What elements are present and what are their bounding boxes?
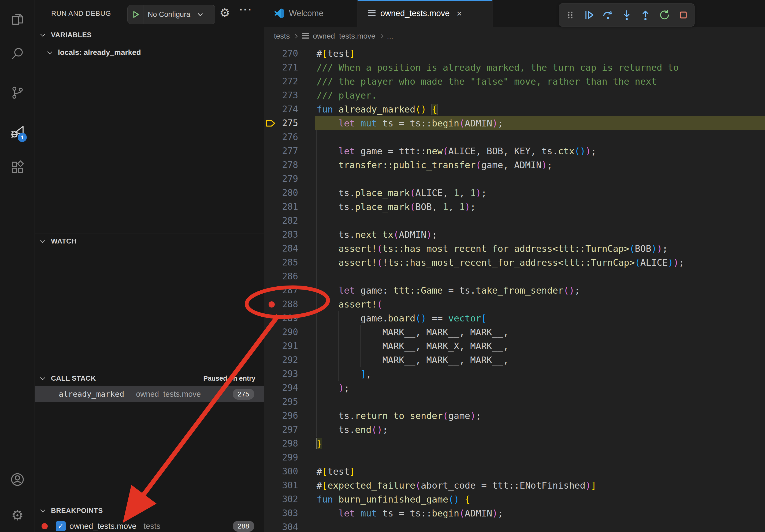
breakpoint-gutter[interactable] xyxy=(264,478,279,492)
line-number[interactable]: 290 xyxy=(279,325,298,339)
code-line[interactable]: 271/// When a position is already marked… xyxy=(264,61,765,75)
line-number[interactable]: 273 xyxy=(279,89,298,102)
settings-gear-icon[interactable]: ⚙ xyxy=(10,508,25,523)
breakpoint-gutter[interactable] xyxy=(264,492,279,506)
step-into-icon[interactable] xyxy=(619,7,634,23)
breakpoint-gutter[interactable] xyxy=(264,242,279,256)
explorer-icon[interactable] xyxy=(10,11,25,26)
line-number[interactable]: 275 xyxy=(279,116,298,130)
line-number[interactable]: 279 xyxy=(279,172,298,186)
continue-icon[interactable] xyxy=(581,7,597,23)
line-number[interactable]: 294 xyxy=(279,381,298,395)
line-number[interactable]: 298 xyxy=(279,437,298,450)
line-number[interactable]: 287 xyxy=(279,283,298,297)
breakpoint-gutter[interactable] xyxy=(264,158,279,172)
line-number[interactable]: 271 xyxy=(279,61,298,75)
code-line[interactable]: 301#[expected_failure(abort_code = ttt::… xyxy=(264,478,765,492)
code-line[interactable]: 285 assert!(!ts::has_most_recent_for_add… xyxy=(264,256,765,269)
breakpoint-gutter[interactable] xyxy=(264,367,279,381)
code-line[interactable]: 284 assert!(ts::has_most_recent_for_addr… xyxy=(264,242,765,256)
line-number[interactable]: 284 xyxy=(279,242,298,256)
breakpoint-gutter[interactable] xyxy=(264,464,279,478)
breakpoint-gutter[interactable] xyxy=(264,172,279,186)
breakpoint-gutter[interactable] xyxy=(264,186,279,200)
line-number[interactable]: 292 xyxy=(279,353,298,367)
breakpoint-gutter[interactable] xyxy=(264,130,279,144)
line-number[interactable]: 302 xyxy=(279,492,298,506)
code-line[interactable]: 297 ts.end(); xyxy=(264,423,765,437)
breakpoint-gutter[interactable] xyxy=(264,47,279,61)
code-line[interactable]: 302fun burn_unfinished_game() { xyxy=(264,492,765,506)
line-number[interactable]: 288 xyxy=(279,297,298,311)
code-line[interactable]: 303 let mut ts = ts::begin(ADMIN); xyxy=(264,506,765,520)
tab-owned-tests-move[interactable]: owned_tests.move × xyxy=(358,0,493,27)
line-number[interactable]: 297 xyxy=(279,423,298,437)
code-line[interactable]: 280 ts.place_mark(ALICE, 1, 1); xyxy=(264,186,765,200)
extensions-icon[interactable] xyxy=(10,160,25,175)
breadcrumb-file[interactable]: owned_tests.move xyxy=(313,32,375,40)
breadcrumb-folder[interactable]: tests xyxy=(274,32,290,40)
line-number[interactable]: 283 xyxy=(279,228,298,242)
code-line[interactable]: 288 assert!( xyxy=(264,297,765,311)
breakpoint-gutter[interactable] xyxy=(264,423,279,437)
breakpoint-gutter[interactable] xyxy=(264,200,279,214)
line-number[interactable]: 281 xyxy=(279,200,298,214)
code-line[interactable]: 278 transfer::public_transfer(game, ADMI… xyxy=(264,158,765,172)
breakpoint-gutter[interactable] xyxy=(264,89,279,102)
code-line[interactable]: 304 xyxy=(264,520,765,532)
code-line[interactable]: 300#[test] xyxy=(264,464,765,478)
breakpoint-gutter[interactable] xyxy=(264,311,279,325)
code-line[interactable]: 270#[test] xyxy=(264,47,765,61)
code-line[interactable]: 274fun already_marked() { xyxy=(264,102,765,116)
code-line[interactable]: 283 ts.next_tx(ADMIN); xyxy=(264,228,765,242)
variables-section-header[interactable]: VARIABLES xyxy=(35,27,264,42)
breakpoint-gutter[interactable] xyxy=(264,297,279,311)
breakpoint-gutter[interactable] xyxy=(264,116,279,130)
breakpoint-gutter[interactable] xyxy=(264,325,279,339)
line-number[interactable]: 289 xyxy=(279,311,298,325)
code-line[interactable]: 277 let game = ttt::new(ALICE, BOB, KEY,… xyxy=(264,144,765,158)
run-config-dropdown[interactable]: No Configura xyxy=(127,5,215,24)
line-number[interactable]: 296 xyxy=(279,409,298,423)
tab-welcome[interactable]: Welcome xyxy=(264,0,358,27)
watch-section-header[interactable]: WATCH xyxy=(35,234,264,249)
more-actions-icon[interactable]: ··· xyxy=(239,4,253,16)
line-number[interactable]: 286 xyxy=(279,269,298,283)
code-line[interactable]: 296 ts.return_to_sender(game); xyxy=(264,409,765,423)
stop-icon[interactable] xyxy=(675,7,691,23)
line-number[interactable]: 303 xyxy=(279,506,298,520)
breakpoint-gutter[interactable] xyxy=(264,61,279,75)
line-number[interactable]: 274 xyxy=(279,102,298,116)
code-line[interactable]: 290 MARK__, MARK__, MARK__, xyxy=(264,325,765,339)
breakpoint-gutter[interactable] xyxy=(264,283,279,297)
debug-settings-gear-icon[interactable]: ⚙ xyxy=(220,6,230,20)
breakpoint-gutter[interactable] xyxy=(264,102,279,116)
line-number[interactable]: 304 xyxy=(279,520,298,532)
line-number[interactable]: 301 xyxy=(279,478,298,492)
code-line[interactable]: 276 xyxy=(264,130,765,144)
breakpoint-dot-icon[interactable] xyxy=(269,301,275,308)
code-line[interactable]: 294 ); xyxy=(264,381,765,395)
breakpoint-gutter[interactable] xyxy=(264,339,279,353)
breakpoint-checkbox[interactable]: ✓ xyxy=(56,521,66,531)
account-icon[interactable] xyxy=(10,472,25,487)
call-stack-section-header[interactable]: CALL STACK Paused on entry xyxy=(35,371,264,386)
code-line[interactable]: 286 xyxy=(264,269,765,283)
code-line[interactable]: 272/// the player who made the "false" m… xyxy=(264,75,765,89)
line-number[interactable]: 300 xyxy=(279,464,298,478)
line-number[interactable]: 293 xyxy=(279,367,298,381)
breakpoint-gutter[interactable] xyxy=(264,214,279,228)
line-number[interactable]: 280 xyxy=(279,186,298,200)
call-stack-frame-row[interactable]: already_marked owned_tests.move 275 xyxy=(35,386,264,402)
breadcrumb-symbol[interactable]: ... xyxy=(387,32,393,40)
line-number[interactable]: 278 xyxy=(279,158,298,172)
source-control-icon[interactable] xyxy=(10,85,25,100)
line-number[interactable]: 270 xyxy=(279,47,298,61)
breakpoint-gutter[interactable] xyxy=(264,520,279,532)
code-line[interactable]: 279 xyxy=(264,172,765,186)
restart-icon[interactable] xyxy=(657,7,672,23)
code-line[interactable]: 289 game.board() == vector[ xyxy=(264,311,765,325)
code-line[interactable]: 275 let mut ts = ts::begin(ADMIN); xyxy=(264,116,765,130)
variables-scope-locals[interactable]: locals: already_marked xyxy=(35,45,264,60)
code-line[interactable]: 282 xyxy=(264,214,765,228)
